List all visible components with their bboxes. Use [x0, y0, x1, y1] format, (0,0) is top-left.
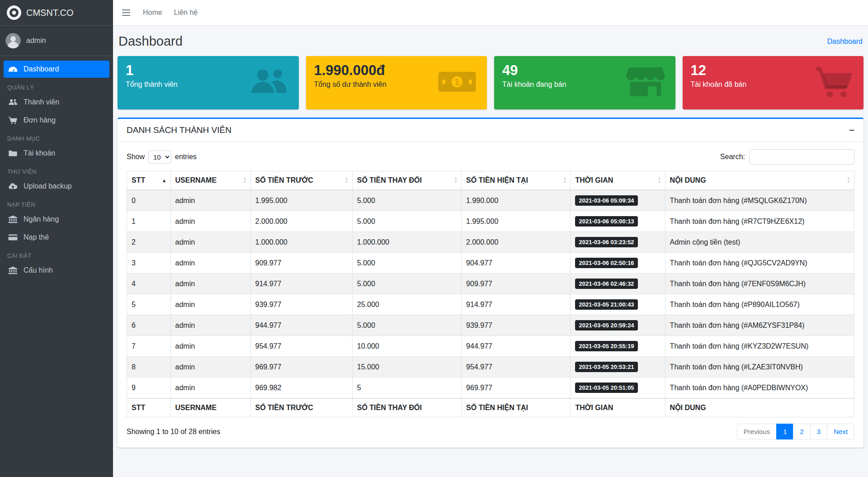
sidebar-item-nap-the[interactable]: Nạp thẻ: [4, 229, 109, 246]
cell-so-tien-thay-oi: 5.000: [352, 211, 461, 232]
sidebar-item-tai-khoan[interactable]: Tài khoản: [4, 145, 109, 162]
sort-icons: ▲▼: [345, 177, 349, 184]
entries-info: Showing 1 to 10 of 28 entries: [127, 428, 220, 436]
sidebar-item-label: Upload backup: [24, 182, 72, 190]
table-row: 5admin939.97725.000914.9772021-03-05 21:…: [127, 294, 854, 315]
table-row: 6admin944.9775.000939.9772021-03-05 20:5…: [127, 315, 854, 336]
column-footer-so-tien-hien-tai: SỐ TIỀN HIỆN TẠI: [462, 398, 571, 417]
table-footer-row: STTUSERNAMESỐ TIỀN TRƯỚCSỐ TIỀN THAY ĐỔI…: [127, 398, 854, 417]
sidebar-item-on-hang[interactable]: Đơn hàng: [4, 112, 109, 129]
sidebar-menu: DashboardQUẢN LÝThành viênĐơn hàngDANH M…: [0, 56, 113, 284]
pagination-page-3[interactable]: 3: [810, 424, 827, 439]
show-label: Show: [127, 153, 145, 161]
table-footer: Showing 1 to 10 of 28 entries Previous12…: [127, 424, 854, 439]
cell-thoi-gian: 2021-03-05 20:55:19: [571, 336, 665, 357]
search-input[interactable]: [750, 149, 854, 165]
cell-username: admin: [170, 315, 250, 336]
column-header-username[interactable]: USERNAME▲▼: [170, 171, 250, 190]
cell-noi-dung: Thanh toán đơn hàng (#R7CT9HZE6X12): [665, 211, 854, 232]
cell-so-tien-hien-tai: 939.977: [462, 315, 571, 336]
sidebar-item-label: Nạp thẻ: [24, 233, 49, 241]
cell-thoi-gian: 2021-03-05 20:59:24: [571, 315, 665, 336]
cell-username: admin: [170, 378, 250, 399]
cell-so-tien-hien-tai: 2.000.000: [462, 232, 571, 253]
nav-link-home[interactable]: Home: [143, 9, 162, 17]
tachometer-icon: [7, 65, 19, 73]
cell-noi-dung: Thanh toán đơn hàng (#LZAE3IT0NVBH): [665, 357, 854, 378]
sidebar-item-thanh-vien[interactable]: Thành viên: [4, 94, 109, 111]
cell-so-tien-thay-oi: 15.000: [352, 357, 461, 378]
stat-card-tai-khoan-ang-ban[interactable]: 49Tài khoản đang bán: [494, 56, 675, 109]
pagination-page-2[interactable]: 2: [793, 424, 810, 439]
column-header-so-tien-hien-tai[interactable]: SỐ TIỀN HIỆN TẠI▲▼: [462, 171, 571, 190]
cell-so-tien-thay-oi: 10.000: [352, 336, 461, 357]
column-header-noi-dung[interactable]: NỘI DUNG▲▼: [665, 171, 854, 190]
column-header-so-tien-thay-oi[interactable]: SỐ TIỀN THAY ĐỔI▲▼: [352, 171, 461, 190]
sidebar-item-upload-backup[interactable]: Upload backup: [4, 178, 109, 195]
time-badge: 2021-03-06 03:23:52: [575, 237, 637, 247]
cell-stt: 7: [127, 336, 171, 357]
cell-so-tien-truoc: 1.995.000: [250, 190, 352, 211]
pagination-page-1[interactable]: 1: [776, 424, 793, 439]
brand[interactable]: CMSNT.CO: [0, 0, 113, 26]
table-row: 0admin1.995.0005.0001.990.0002021-03-06 …: [127, 190, 854, 211]
sidebar-item-label: Dashboard: [24, 65, 59, 73]
stat-card-tai-khoan-a-ban[interactable]: 12Tài khoản đã bán: [683, 56, 864, 109]
cell-noi-dung: Thanh toán đơn hàng (#AM6ZYSF31P84): [665, 315, 854, 336]
bank-icon: [7, 215, 19, 223]
cell-thoi-gian: 2021-03-06 02:50:16: [571, 253, 665, 274]
sidebar-section-header-cai-at: CÀI ĐẶT: [4, 247, 109, 262]
stat-card-tong-thanh-vien[interactable]: 1Tổng thành viên: [118, 56, 299, 109]
breadcrumb[interactable]: Dashboard: [827, 38, 863, 46]
menu-toggle-button[interactable]: [121, 6, 131, 19]
sidebar-section-header-nap-tien: NẠP TIỀN: [4, 196, 109, 211]
app-window: CMSNT.CO admin DashboardQUẢN LÝThành viê…: [0, 0, 868, 477]
entries-select[interactable]: 10: [148, 151, 171, 164]
sidebar-item-dashboard[interactable]: Dashboard: [4, 61, 109, 78]
sidebar-section-header-thu-vien: THƯ VIỆN: [4, 163, 109, 178]
cell-username: admin: [170, 253, 250, 274]
sidebar-item-ngan-hang[interactable]: Ngân hàng: [4, 211, 109, 228]
collapse-button[interactable]: −: [849, 126, 854, 135]
cell-noi-dung: Thanh toán đơn hàng (#7ENF0S9M6CJH): [665, 274, 854, 294]
cell-so-tien-hien-tai: 1.995.000: [462, 211, 571, 232]
cell-noi-dung: Thanh toán đơn hàng (#P890AIL1O567): [665, 294, 854, 315]
pagination-next[interactable]: Next: [827, 424, 854, 439]
cell-stt: 0: [127, 190, 171, 211]
cell-username: admin: [170, 274, 250, 294]
time-badge: 2021-03-06 02:46:32: [575, 279, 637, 289]
time-badge: 2021-03-05 20:55:19: [575, 341, 637, 351]
users-icon: [7, 98, 19, 106]
search-box: Search:: [720, 149, 854, 165]
cell-thoi-gian: 2021-03-06 05:09:34: [571, 190, 665, 211]
cell-thoi-gian: 2021-03-05 20:53:21: [571, 357, 665, 378]
cell-so-tien-truoc: 939.977: [250, 294, 352, 315]
cell-so-tien-thay-oi: 5.000: [352, 315, 461, 336]
table-header-row: STT▲USERNAME▲▼SỐ TIỀN TRƯỚC▲▼SỐ TIỀN THA…: [127, 171, 854, 190]
column-header-so-tien-truoc[interactable]: SỐ TIỀN TRƯỚC▲▼: [250, 171, 352, 190]
members-table: STT▲USERNAME▲▼SỐ TIỀN TRƯỚC▲▼SỐ TIỀN THA…: [127, 171, 854, 417]
table-controls: Show 10 entries Search:: [127, 149, 854, 165]
column-header-thoi-gian[interactable]: THỜI GIAN▲▼: [571, 171, 665, 190]
sidebar-item-label: Đơn hàng: [24, 116, 56, 124]
time-badge: 2021-03-05 20:59:24: [575, 320, 637, 331]
content-header: Dashboard Dashboard: [118, 32, 863, 56]
top-navbar: Home Liên hệ: [113, 0, 868, 26]
folder-icon: [7, 149, 19, 157]
table-row: 8admin969.97715.000954.9772021-03-05 20:…: [127, 357, 854, 378]
nav-link-contact[interactable]: Liên hệ: [174, 9, 198, 17]
sort-icons: ▲▼: [454, 177, 458, 184]
sidebar-item-cau-hinh[interactable]: Cấu hình: [4, 262, 109, 279]
cell-so-tien-hien-tai: 904.977: [462, 253, 571, 274]
cell-stt: 4: [127, 274, 171, 294]
stat-card-tong-so-du-thanh-vien[interactable]: 1.990.000đTổng số dư thành viên1: [306, 56, 487, 109]
user-name[interactable]: admin: [26, 37, 46, 45]
svg-text:1: 1: [454, 76, 460, 87]
pagination-previous[interactable]: Previous: [737, 424, 777, 439]
cell-so-tien-truoc: 2.000.000: [250, 211, 352, 232]
store-icon: [626, 65, 665, 100]
column-header-stt[interactable]: STT▲: [127, 171, 171, 190]
cell-stt: 6: [127, 315, 171, 336]
cell-stt: 8: [127, 357, 171, 378]
sort-asc-icon: ▲: [162, 178, 167, 183]
